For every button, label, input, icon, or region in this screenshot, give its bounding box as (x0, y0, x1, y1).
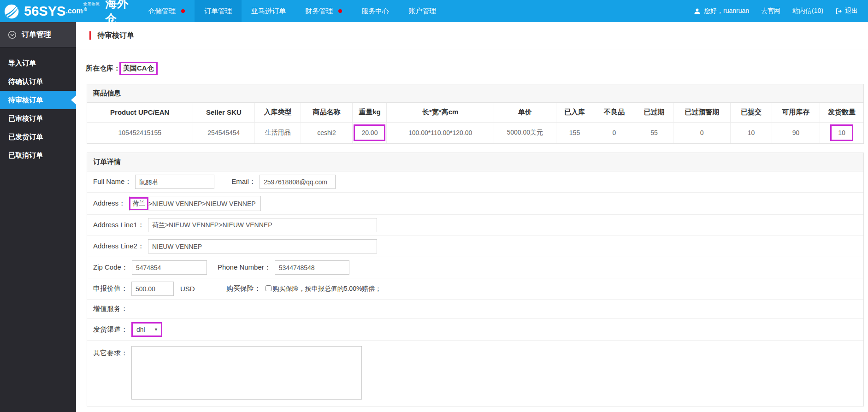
logo-tagline: 全景物流通 (83, 1, 103, 12)
cell-weight: 20.00 (353, 122, 387, 143)
product-info-panel: 商品信息 Product UPC/EAN Seller SKU 入库类型 商品名… (87, 84, 864, 144)
nav-item-amazon-orders[interactable]: 亚马逊订单 (242, 0, 295, 22)
cell-upc: 105452415155 (87, 122, 193, 143)
logout-label: 退出 (845, 7, 858, 15)
full-name-input[interactable] (135, 175, 214, 189)
page-title: 待审核订单 (97, 31, 134, 41)
col-submitted: 已提交 (731, 103, 772, 122)
top-navigation: 仓储管理 订单管理 亚马逊订单 财务管理 服务中心 账户管理 (138, 0, 446, 22)
full-name-label: Full Name： (93, 177, 131, 186)
nav-item-warehouse-management[interactable]: 仓储管理 (138, 0, 195, 22)
sidebar-header-label: 订单管理 (22, 30, 51, 40)
zip-phone-row: Zip Code： Phone Number： (87, 257, 863, 278)
notification-dot (338, 9, 342, 13)
cell-expired: 55 (635, 122, 673, 143)
value-added-service-row: 增值服务： (87, 300, 863, 319)
col-past-warning: 已过预警期 (673, 103, 731, 122)
email-label: Email： (231, 177, 256, 186)
logo-text: 56SYS (24, 4, 65, 19)
address-country-highlight: 荷兰 (129, 197, 148, 210)
sidebar-item-pending-confirm-orders[interactable]: 待确认订单 (0, 72, 76, 91)
cell-past-warning: 0 (673, 122, 731, 143)
address-line1-row: Address Line1： (87, 215, 863, 236)
col-available-stock: 可用库存 (772, 103, 820, 122)
collapse-circle-icon (8, 30, 17, 39)
col-seller-sku: Seller SKU (193, 103, 255, 122)
official-site-link[interactable]: 去官网 (761, 7, 780, 15)
phone-number-input[interactable] (275, 260, 349, 275)
nav-label: 账户管理 (408, 7, 436, 16)
shipping-channel-select[interactable]: dhl (133, 324, 154, 335)
insurance-label: 购买保险： (226, 284, 261, 293)
declared-value-input[interactable] (131, 282, 174, 296)
sidebar-item-shipped-orders[interactable]: 已发货订单 (0, 128, 76, 146)
user-icon (694, 8, 701, 15)
product-info-title: 商品信息 (87, 84, 863, 103)
address-label: Address： (93, 199, 125, 208)
nav-label: 财务管理 (305, 7, 333, 16)
sidebar: 订单管理 导入订单 待确认订单 待审核订单 已审核订单 已发货订单 已取消订单 (0, 22, 76, 412)
address-row: Address： 荷兰 >NIEUW VENNEP>NIEUW VENNEP (87, 193, 863, 215)
greeting-text: 您好，ruanruan (704, 7, 749, 15)
sidebar-header: 订单管理 (0, 22, 76, 47)
topbar-user-area: 您好，ruanruan 去官网 站内信(10) 退出 (694, 0, 868, 22)
warehouse-value: 美国CA仓 (119, 62, 158, 75)
insurance-option: 购买保险，按申报总值的5.00%赔偿； (266, 285, 382, 293)
other-requirements-label: 其它要求： (93, 349, 128, 358)
col-inbound-type: 入库类型 (255, 103, 301, 122)
cell-unit-price: 5000.00美元 (494, 122, 556, 143)
weight-highlight: 20.00 (354, 124, 385, 141)
cell-inbound-type: 生活用品 (255, 122, 301, 143)
currency-label: USD (180, 285, 195, 293)
user-greeting[interactable]: 您好，ruanruan (694, 7, 749, 15)
nav-label: 亚马逊订单 (251, 7, 286, 16)
nav-item-service-center[interactable]: 服务中心 (352, 0, 399, 22)
warehouse-label: 所在仓库： (86, 64, 120, 73)
title-accent-bar (89, 31, 91, 40)
value-added-service-label: 增值服务： (93, 305, 128, 313)
inbox-link[interactable]: 站内信(10) (792, 7, 823, 15)
address-rest-text: >NIEUW VENNEP>NIEUW VENNEP (148, 200, 256, 207)
declared-value-row: 申报价值： USD 购买保险： 购买保险，按申报总值的5.00%赔偿； (87, 278, 863, 300)
main-content: 待审核订单 所在仓库： 美国CA仓 商品信息 Product UPC/EAN S… (76, 22, 868, 412)
insurance-checkbox[interactable] (266, 285, 272, 291)
sidebar-item-reviewed-orders[interactable]: 已审核订单 (0, 109, 76, 128)
address-line2-input[interactable] (148, 239, 377, 253)
cell-seller-sku: 254545454 (193, 122, 255, 143)
nav-item-order-management[interactable]: 订单管理 (195, 0, 242, 22)
address-line2-label: Address Line2： (93, 242, 144, 251)
product-table-header-row: Product UPC/EAN Seller SKU 入库类型 商品名称 重量k… (87, 103, 863, 122)
cell-product-name: ceshi2 (301, 122, 353, 143)
nav-label: 服务中心 (361, 7, 389, 16)
insurance-text: 购买保险，按申报总值的5.00%赔偿； (273, 285, 382, 292)
ship-qty-highlight: 10 (830, 124, 853, 141)
cell-submitted: 10 (731, 122, 772, 143)
nav-item-account-management[interactable]: 账户管理 (399, 0, 446, 22)
zip-code-input[interactable] (132, 260, 207, 275)
sidebar-item-cancelled-orders[interactable]: 已取消订单 (0, 146, 76, 165)
other-requirements-row: 其它要求： (87, 341, 863, 406)
order-details-title: 订单详情 (87, 153, 863, 171)
shipping-channel-label: 发货渠道： (93, 325, 128, 334)
address-line1-label: Address Line1： (93, 221, 144, 230)
declared-value-label: 申报价值： (93, 284, 128, 293)
sidebar-item-pending-review-orders[interactable]: 待审核订单 (0, 91, 76, 109)
address-line2-row: Address Line2： (87, 236, 863, 257)
shipping-channel-select-wrap: dhl ▼ (131, 322, 162, 337)
sidebar-item-import-orders[interactable]: 导入订单 (0, 54, 76, 72)
logout-button[interactable]: 退出 (835, 7, 858, 15)
shipping-channel-row: 发货渠道： dhl ▼ (87, 319, 863, 341)
col-expired: 已过期 (635, 103, 673, 122)
product-table: Product UPC/EAN Seller SKU 入库类型 商品名称 重量k… (87, 103, 863, 143)
name-email-row: Full Name： Email： (87, 171, 863, 193)
email-input[interactable] (260, 175, 336, 189)
col-dimensions: 长*宽*高cm (387, 103, 494, 122)
order-details-panel: 订单详情 Full Name： Email： Address： 荷兰 >NIEU… (87, 153, 864, 406)
other-requirements-textarea[interactable] (131, 346, 362, 400)
col-upc: Product UPC/EAN (87, 103, 193, 122)
nav-item-finance-management[interactable]: 财务管理 (295, 0, 352, 22)
logo[interactable]: 56SYS.com全景物流通海外仓 (0, 0, 138, 22)
chevron-down-icon: ▼ (154, 327, 161, 332)
col-inbound-qty: 已入库 (556, 103, 593, 122)
address-line1-input[interactable] (148, 218, 377, 232)
